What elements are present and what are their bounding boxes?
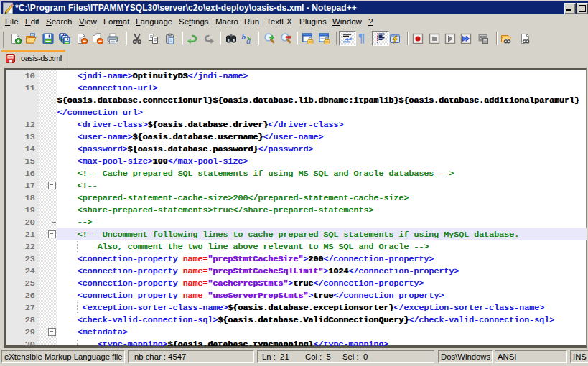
- svg-text:a: a: [246, 35, 251, 44]
- svg-text:b: b: [241, 33, 246, 41]
